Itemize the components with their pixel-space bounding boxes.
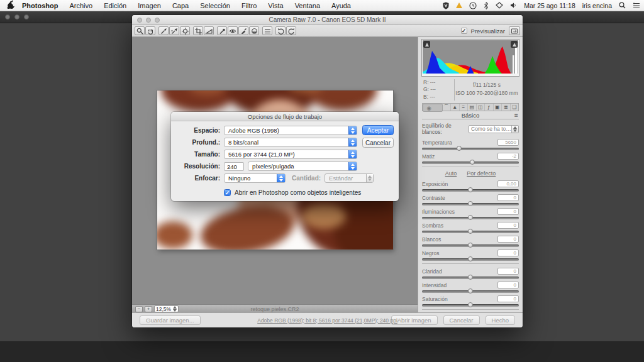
slider-thumb[interactable] <box>468 187 473 192</box>
diamond-status-icon[interactable] <box>496 2 503 9</box>
red-eye-tool-icon[interactable] <box>228 26 238 35</box>
slider-thumb[interactable] <box>468 229 473 234</box>
tab-snapshots-icon[interactable]: ❏ <box>511 104 519 111</box>
menu-item-ayuda[interactable]: Ayuda <box>326 0 357 11</box>
save-image-button[interactable]: Guardar imagen... <box>140 315 201 325</box>
tab-detail-icon[interactable]: ▲ <box>451 104 460 111</box>
zoom-out-button[interactable]: − <box>135 306 143 312</box>
zoom-tool-icon[interactable] <box>135 26 145 35</box>
preferences-icon[interactable] <box>262 26 272 35</box>
volume-icon[interactable] <box>510 2 517 9</box>
menu-item-seleccion[interactable]: Selección <box>194 0 236 11</box>
crop-tool-icon[interactable] <box>193 26 203 35</box>
slider-track[interactable] <box>422 258 519 261</box>
shadow-clipping-icon[interactable] <box>423 41 430 48</box>
tab-hsl-icon[interactable]: ≡ <box>460 104 469 111</box>
slider-track[interactable] <box>422 290 519 293</box>
close-button[interactable] <box>5 14 10 19</box>
resolucion-input[interactable]: 240 <box>224 162 244 171</box>
done-button[interactable]: Hecho <box>486 315 515 325</box>
slider-track[interactable] <box>422 162 519 164</box>
hand-tool-icon[interactable] <box>145 26 155 35</box>
espacio-select[interactable]: Adobe RGB (1998) <box>224 126 357 135</box>
menu-user[interactable]: iris encina <box>582 2 612 9</box>
slider-track[interactable] <box>422 277 519 279</box>
adjustment-brush-tool-icon[interactable] <box>238 26 248 35</box>
slider-value-input[interactable]: 0 <box>497 222 519 229</box>
panel-menu-icon[interactable]: ≣ <box>514 111 518 119</box>
menu-item-imagen[interactable]: Imagen <box>132 0 167 11</box>
slider-value-input[interactable]: -2 <box>497 153 519 160</box>
slider-track[interactable] <box>422 304 519 307</box>
accept-button[interactable]: Aceptar <box>362 125 394 135</box>
slider-thumb[interactable] <box>468 302 473 307</box>
slider-thumb[interactable] <box>468 275 473 280</box>
menu-item-archivo[interactable]: Archivo <box>64 0 98 11</box>
tab-split-toning-icon[interactable]: ▤ <box>468 104 477 111</box>
slider-value-input[interactable]: 0 <box>497 295 519 302</box>
menu-item-edicion[interactable]: Edición <box>98 0 132 11</box>
notification-center-icon[interactable] <box>633 3 640 9</box>
slider-track[interactable] <box>422 231 519 233</box>
menu-item-filtro[interactable]: Filtro <box>236 0 262 11</box>
minimize-button[interactable] <box>146 18 151 23</box>
bluetooth-icon[interactable] <box>484 2 489 9</box>
slider-value-input[interactable]: 0 <box>497 194 519 201</box>
menu-item-capa[interactable]: Capa <box>167 0 194 11</box>
default-link[interactable]: Por defecto <box>467 170 496 177</box>
graduated-filter-tool-icon[interactable] <box>249 26 259 35</box>
slider-thumb[interactable] <box>468 288 473 293</box>
spotlight-search-icon[interactable] <box>619 2 626 9</box>
preview-checkbox[interactable]: ✓ <box>461 28 467 34</box>
white-balance-select[interactable]: Como se ha to… <box>469 125 519 133</box>
tamano-select[interactable]: 5616 por 3744 (21,0 MP) <box>224 150 357 159</box>
menu-item-vista[interactable]: Vista <box>262 0 289 11</box>
slider-track[interactable] <box>422 189 519 192</box>
slider-thumb[interactable] <box>470 160 475 165</box>
slider-value-input[interactable]: 0 <box>497 236 519 243</box>
smart-objects-checkbox[interactable]: ✓ <box>224 189 231 196</box>
spot-removal-tool-icon[interactable] <box>217 26 227 35</box>
menu-item-photoshop[interactable]: Photoshop <box>16 0 64 11</box>
tab-tone-curve-icon[interactable]: ⌒ <box>443 104 452 111</box>
menu-clock[interactable]: Mar 25 ago 11:18 <box>524 2 575 9</box>
tab-camera-calibration-icon[interactable]: ▣ <box>494 104 502 111</box>
close-button[interactable] <box>137 18 142 23</box>
time-machine-icon[interactable] <box>469 2 477 9</box>
slider-thumb[interactable] <box>468 215 473 220</box>
shield-icon[interactable] <box>443 2 449 9</box>
workflow-options-link[interactable]: Adobe RGB (1998); bit 8; 5616 por 3744 (… <box>257 317 397 324</box>
minimize-button[interactable] <box>14 14 19 19</box>
zoom-window-button[interactable] <box>24 14 29 19</box>
straighten-tool-icon[interactable] <box>204 26 214 35</box>
slider-thumb[interactable] <box>468 201 473 206</box>
resolucion-unit-select[interactable]: píxeles/pulgada <box>248 162 357 171</box>
slider-track[interactable] <box>422 148 519 150</box>
menu-item-ventana[interactable]: Ventana <box>289 0 326 11</box>
highlight-clipping-icon[interactable] <box>511 41 518 48</box>
auto-link[interactable]: Auto <box>445 170 457 177</box>
rotate-right-icon[interactable] <box>286 26 296 35</box>
slider-value-input[interactable]: 0 <box>497 250 519 256</box>
tab-presets-icon[interactable]: ≣ <box>502 104 511 111</box>
apple-menu[interactable] <box>4 1 16 10</box>
targeted-adjustment-tool-icon[interactable] <box>180 26 190 35</box>
zoom-level-select[interactable]: 12,5% <box>154 305 179 312</box>
slider-track[interactable] <box>422 244 519 247</box>
profund-select[interactable]: 8 bits/canal <box>224 138 357 147</box>
tab-effects-icon[interactable]: ƒ <box>485 104 494 111</box>
open-image-button[interactable]: Abrir imagen <box>391 315 438 325</box>
zoom-in-button[interactable]: + <box>145 306 152 312</box>
warning-icon[interactable] <box>456 3 462 8</box>
tab-lens-corrections-icon[interactable]: ◫ <box>477 104 486 111</box>
slider-value-input[interactable]: 0 <box>497 268 519 275</box>
slider-track[interactable] <box>422 203 519 206</box>
dialog-cancel-button[interactable]: Cancelar <box>362 138 394 148</box>
fullscreen-toggle-icon[interactable] <box>509 26 520 35</box>
slider-value-input[interactable]: 5650 <box>497 139 519 146</box>
enfocar-select[interactable]: Ninguno <box>224 173 286 183</box>
slider-value-input[interactable]: 0 <box>497 208 519 215</box>
slider-thumb[interactable] <box>468 243 473 248</box>
white-balance-tool-icon[interactable] <box>158 26 169 35</box>
rotate-left-icon[interactable] <box>275 26 286 35</box>
